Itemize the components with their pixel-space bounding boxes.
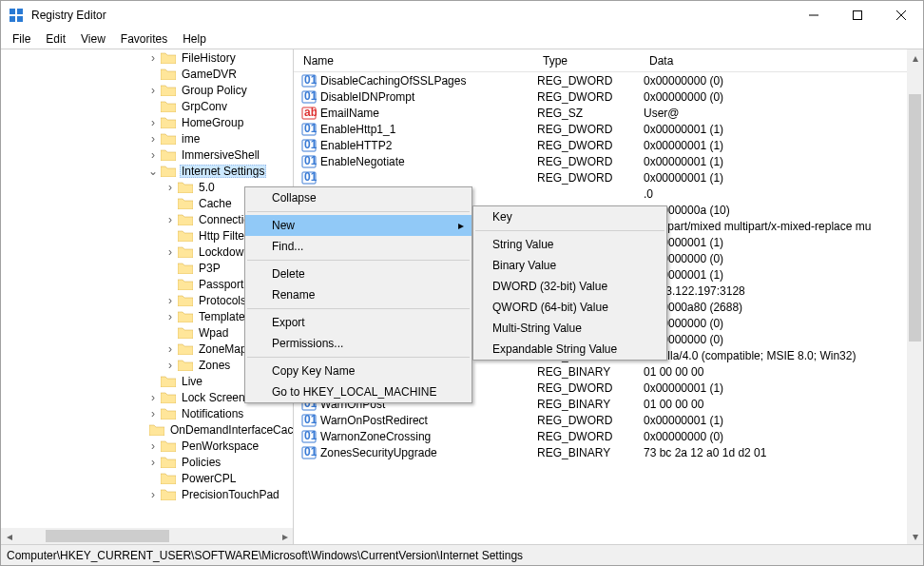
- scroll-up-icon[interactable]: ▴: [907, 49, 923, 66]
- values-vertical-scrollbar[interactable]: ▴ ▾: [907, 49, 923, 544]
- column-type[interactable]: Type: [537, 54, 644, 68]
- ctx-new[interactable]: New▸: [245, 215, 472, 236]
- chevron-right-icon[interactable]: ›: [147, 392, 159, 403]
- scroll-left-icon[interactable]: ◂: [1, 528, 17, 544]
- chevron-right-icon[interactable]: ›: [147, 149, 159, 161]
- sub-qword[interactable]: QWORD (64-bit) Value: [473, 297, 666, 318]
- ctx-collapse[interactable]: Collapse: [245, 187, 472, 208]
- status-path: Computer\HKEY_CURRENT_USER\SOFTWARE\Micr…: [7, 549, 523, 562]
- chevron-right-icon[interactable]: ›: [147, 117, 159, 128]
- value-data: 0x00000001 (1): [644, 139, 907, 152]
- chevron-right-icon[interactable]: ›: [164, 343, 176, 355]
- ctx-delete[interactable]: Delete: [245, 263, 472, 284]
- menu-view[interactable]: View: [73, 30, 113, 48]
- chevron-right-icon[interactable]: ›: [164, 360, 176, 371]
- chevron-down-icon[interactable]: ⌄: [147, 166, 159, 177]
- ctx-copy-key-name[interactable]: Copy Key Name: [245, 361, 472, 381]
- chevron-right-icon[interactable]: ›: [147, 457, 159, 468]
- tree-item-label: Policies: [180, 456, 222, 469]
- tree-item[interactable]: ›Policies: [1, 454, 293, 470]
- menu-favorites[interactable]: Favorites: [113, 30, 175, 48]
- sub-expandable-string[interactable]: Expandable String Value: [473, 339, 666, 360]
- menu-file[interactable]: File: [5, 30, 38, 48]
- minimize-button[interactable]: [792, 1, 836, 29]
- folder-icon: [161, 408, 176, 420]
- tree-item[interactable]: GameDVR: [1, 66, 293, 82]
- ctx-find[interactable]: Find...: [245, 236, 472, 257]
- chevron-right-icon[interactable]: ›: [147, 52, 159, 64]
- chevron-none: [147, 101, 159, 112]
- tree-item[interactable]: ›ImmersiveShell: [1, 146, 293, 163]
- ctx-permissions[interactable]: Permissions...: [245, 333, 472, 354]
- scroll-down-icon[interactable]: ▾: [907, 528, 923, 544]
- tree-item[interactable]: ›HomeGroup: [1, 114, 293, 130]
- ctx-rename[interactable]: Rename: [245, 284, 472, 305]
- chevron-right-icon[interactable]: ›: [147, 408, 159, 420]
- value-row[interactable]: 011ZonesSecurityUpgradeREG_BINARY73 bc 2…: [294, 444, 907, 460]
- value-data: 0x00000001 (1): [644, 236, 907, 249]
- tree-item[interactable]: PowerCPL: [1, 470, 293, 486]
- scroll-right-icon[interactable]: ▸: [277, 528, 293, 544]
- chevron-right-icon[interactable]: ›: [147, 85, 159, 96]
- tree-horizontal-scrollbar[interactable]: ◂ ▸: [1, 528, 293, 544]
- close-button[interactable]: [879, 1, 923, 29]
- value-row[interactable]: 011REG_DWORD0x00000001 (1): [294, 169, 907, 185]
- chevron-right-icon[interactable]: ›: [164, 182, 176, 193]
- chevron-right-icon[interactable]: ›: [164, 295, 176, 306]
- sub-dword[interactable]: DWORD (32-bit) Value: [473, 276, 666, 297]
- sub-key[interactable]: Key: [473, 206, 666, 227]
- window-title: Registry Editor: [31, 9, 106, 22]
- maximize-button[interactable]: [836, 1, 879, 29]
- tree-item-label: Passport: [197, 278, 245, 291]
- tree-item-label: FileHistory: [180, 51, 238, 65]
- value-type: REG_BINARY: [537, 398, 644, 411]
- tree-item[interactable]: ›FileHistory: [1, 49, 293, 66]
- value-row[interactable]: 011WarnOnPostRedirectREG_DWORD0x00000001…: [294, 412, 907, 428]
- chevron-right-icon[interactable]: ›: [147, 489, 159, 500]
- menu-help[interactable]: Help: [175, 30, 214, 48]
- value-name: DisableIDNPrompt: [320, 90, 414, 104]
- ctx-goto-hklm[interactable]: Go to HKEY_LOCAL_MACHINE: [245, 381, 472, 402]
- chevron-right-icon[interactable]: ›: [164, 214, 176, 225]
- chevron-none: [164, 230, 176, 242]
- folder-icon: [161, 85, 176, 96]
- value-type: REG_DWORD: [537, 90, 644, 104]
- value-row[interactable]: 011DisableIDNPromptREG_DWORD0x00000000 (…: [294, 88, 907, 105]
- svg-text:011: 011: [304, 122, 317, 135]
- menu-edit[interactable]: Edit: [38, 30, 73, 48]
- svg-text:011: 011: [304, 445, 317, 459]
- value-row[interactable]: 011EnableHttp1_1REG_DWORD0x00000001 (1): [294, 121, 907, 137]
- tree-item[interactable]: ›PrecisionTouchPad: [1, 486, 293, 502]
- tree-item[interactable]: ⌄Internet Settings: [1, 163, 293, 179]
- tree-item[interactable]: ›ime: [1, 130, 293, 146]
- value-type: REG_BINARY: [537, 365, 644, 379]
- column-data[interactable]: Data: [644, 54, 923, 68]
- folder-icon: [178, 230, 193, 242]
- scrollbar-thumb[interactable]: [909, 94, 921, 342]
- tree-item[interactable]: ›PenWorkspace: [1, 438, 293, 454]
- tree-item[interactable]: OnDemandInterfaceCache: [1, 421, 293, 438]
- value-name: EnableHTTP2: [320, 139, 392, 152]
- sub-string[interactable]: String Value: [473, 234, 666, 255]
- value-row[interactable]: 011EnableNegotiateREG_DWORD0x00000001 (1…: [294, 153, 907, 169]
- value-row[interactable]: 011WarnonZoneCrossingREG_DWORD0x00000000…: [294, 428, 907, 444]
- sub-multi-string[interactable]: Multi-String Value: [473, 318, 666, 339]
- chevron-right-icon[interactable]: ›: [147, 440, 159, 452]
- chevron-right-icon[interactable]: ›: [164, 311, 176, 322]
- title-bar: Registry Editor: [1, 1, 923, 29]
- value-row[interactable]: 011DisableCachingOfSSLPagesREG_DWORD0x00…: [294, 72, 907, 88]
- chevron-right-icon[interactable]: ›: [164, 246, 176, 258]
- value-name: EmailName: [320, 107, 379, 120]
- value-row[interactable]: 011EnableHTTP2REG_DWORD0x00000001 (1): [294, 137, 907, 153]
- sub-binary[interactable]: Binary Value: [473, 255, 666, 276]
- scrollbar-thumb[interactable]: [46, 530, 169, 542]
- tree-item[interactable]: ›Group Policy: [1, 82, 293, 98]
- chevron-right-icon[interactable]: ›: [147, 133, 159, 145]
- tree-item[interactable]: ›Notifications: [1, 405, 293, 421]
- column-name[interactable]: Name: [294, 54, 537, 68]
- tree-item-label: Cache: [197, 197, 234, 210]
- tree-item[interactable]: GrpConv: [1, 98, 293, 114]
- folder-icon: [161, 149, 176, 161]
- ctx-export[interactable]: Export: [245, 312, 472, 333]
- value-row[interactable]: abEmailNameREG_SZUser@: [294, 105, 907, 121]
